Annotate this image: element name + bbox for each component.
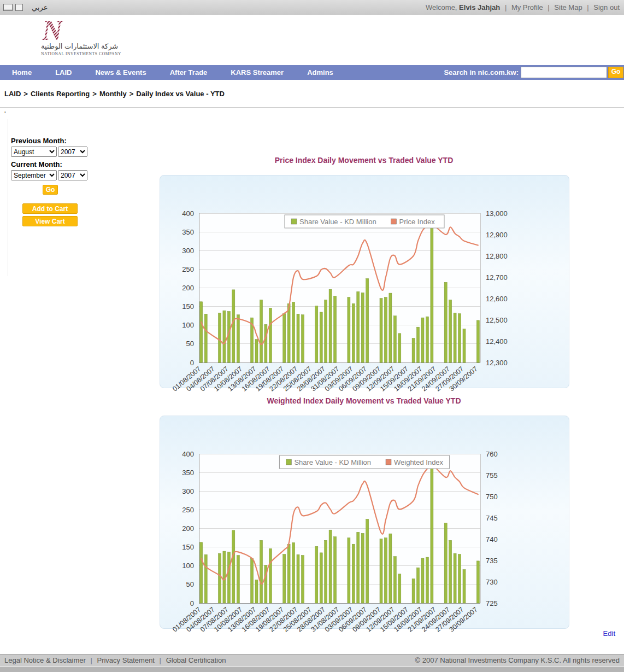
weighted-index-chart: 0501001502002503003504007257307357407457… — [160, 416, 569, 629]
company-logo[interactable]: N شركة الاستثمارات الوطنية NATIONAL INVE… — [41, 16, 109, 56]
company-name-english: NATIONAL INVESTMENTS COMPANY — [41, 51, 109, 56]
price-index-chart-section: Price Index Daily Movement vs Traded Val… — [160, 156, 568, 388]
username: Elvis Jahjah — [459, 3, 500, 11]
svg-text:12,600: 12,600 — [486, 295, 508, 303]
svg-text:200: 200 — [182, 524, 194, 533]
window-icons-group — [3, 4, 23, 11]
price-index-chart-title: Price Index Daily Movement vs Traded Val… — [160, 156, 568, 165]
nav-item-news-events[interactable]: News & Events — [95, 68, 146, 77]
svg-text:12,400: 12,400 — [486, 337, 508, 346]
breadcrumb-separator: > — [129, 90, 134, 98]
current-year-select[interactable]: 2007 — [58, 170, 87, 180]
svg-text:0: 0 — [190, 359, 194, 367]
sign-out-link[interactable]: Sign out — [593, 3, 620, 11]
nic-logo-icon: N — [41, 16, 67, 43]
svg-text:725: 725 — [486, 599, 498, 607]
current-month-select[interactable]: September — [11, 170, 57, 180]
report-controls-sidebar: Previous Month: August 2007 Current Mont… — [11, 137, 98, 226]
search-input[interactable] — [521, 67, 607, 78]
footer-bottom-strip — [0, 667, 624, 672]
narrow-window-icon[interactable] — [15, 4, 23, 11]
svg-text:0: 0 — [190, 599, 194, 607]
header: N شركة الاستثمارات الوطنية NATIONAL INVE… — [0, 15, 624, 65]
breadcrumb-separator: > — [92, 90, 97, 98]
footer: Legal Notice & Disclaimer | Privacy Stat… — [0, 654, 624, 666]
add-to-cart-button[interactable]: Add to Cart — [22, 203, 78, 214]
current-month-label: Current Month: — [11, 160, 98, 168]
svg-text:Price Index: Price Index — [399, 218, 435, 226]
arabic-language-link[interactable]: عربي — [32, 3, 48, 11]
nav-item-laid[interactable]: LAID — [55, 68, 72, 77]
main-nav-bar: Home LAID News & Events After Trade KARS… — [0, 65, 624, 80]
search-go-button[interactable]: Go — [608, 67, 623, 78]
legal-notice-link[interactable]: Legal Notice & Disclaimer — [4, 656, 86, 664]
divider — [8, 119, 8, 276]
view-cart-button[interactable]: View Cart — [22, 216, 78, 226]
svg-text:760: 760 — [486, 450, 498, 458]
top-utility-bar: عربي Welcome, Elvis Jahjah | My Profile … — [0, 0, 624, 15]
stray-character: ' — [4, 110, 5, 118]
breadcrumb-current-page: Daily Index vs Value - YTD — [136, 90, 225, 98]
svg-text:200: 200 — [182, 284, 194, 292]
svg-text:Share Value - KD Million: Share Value - KD Million — [294, 458, 371, 466]
edit-link[interactable]: Edit — [603, 629, 615, 638]
svg-text:730: 730 — [486, 578, 498, 586]
privacy-statement-link[interactable]: Privacy Statement — [97, 656, 155, 664]
global-certification-link[interactable]: Global Certification — [166, 656, 226, 664]
previous-month-select[interactable]: August — [11, 147, 57, 157]
welcome-text: Welcome, Elvis Jahjah — [426, 3, 500, 11]
go-button[interactable]: Go — [43, 185, 58, 195]
svg-text:250: 250 — [182, 265, 194, 273]
svg-text:755: 755 — [486, 471, 498, 480]
breadcrumb-separator: > — [23, 90, 28, 98]
breadcrumb: LAID > Clients Reporting > Monthly > Dai… — [0, 80, 624, 108]
svg-text:N: N — [42, 16, 64, 43]
nav-item-kars-streamer[interactable]: KARS Streamer — [231, 68, 284, 77]
breadcrumb-laid[interactable]: LAID — [4, 90, 21, 98]
breadcrumb-monthly[interactable]: Monthly — [99, 90, 127, 98]
weighted-index-chart-title: Weighted Index Daily Movement vs Traded … — [160, 397, 568, 405]
svg-text:Weighted Index: Weighted Index — [394, 458, 444, 466]
svg-text:350: 350 — [182, 469, 194, 477]
svg-text:50: 50 — [186, 340, 194, 348]
svg-text:12,700: 12,700 — [486, 273, 508, 282]
svg-text:12,300: 12,300 — [486, 359, 508, 367]
previous-month-label: Previous Month: — [11, 137, 98, 145]
search-label: Search in nic.com.kw: — [444, 68, 519, 77]
svg-text:13,000: 13,000 — [486, 209, 508, 218]
nav-item-after-trade[interactable]: After Trade — [170, 68, 208, 77]
svg-text:735: 735 — [486, 557, 498, 565]
svg-text:150: 150 — [182, 302, 194, 311]
wide-window-icon[interactable] — [3, 4, 13, 11]
svg-text:745: 745 — [486, 514, 498, 522]
separator: | — [90, 656, 92, 664]
copyright-text: © 2007 National Investments Company K.S.… — [415, 656, 620, 664]
svg-text:Share Value - KD Million: Share Value - KD Million — [299, 218, 376, 226]
separator: | — [160, 656, 161, 664]
svg-text:300: 300 — [182, 247, 194, 255]
svg-text:300: 300 — [182, 487, 194, 495]
svg-text:350: 350 — [182, 228, 194, 236]
my-profile-link[interactable]: My Profile — [511, 3, 543, 11]
weighted-index-chart-section: Weighted Index Daily Movement vs Traded … — [160, 397, 568, 629]
svg-text:400: 400 — [182, 450, 194, 458]
svg-text:100: 100 — [182, 562, 194, 570]
svg-text:100: 100 — [182, 321, 194, 329]
company-name-arabic: شركة الاستثمارات الوطنية — [41, 43, 109, 50]
svg-text:750: 750 — [486, 493, 498, 501]
user-session-area: Welcome, Elvis Jahjah | My Profile | Sit… — [426, 3, 620, 11]
nav-item-home[interactable]: Home — [12, 68, 32, 77]
site-map-link[interactable]: Site Map — [554, 3, 582, 11]
svg-text:12,500: 12,500 — [486, 316, 508, 324]
previous-year-select[interactable]: 2007 — [58, 147, 87, 157]
separator: | — [505, 3, 507, 11]
nav-item-admins[interactable]: Admins — [307, 68, 333, 77]
separator: | — [587, 3, 588, 11]
separator: | — [548, 3, 549, 11]
site-search: Search in nic.com.kw: Go — [444, 67, 623, 78]
svg-text:12,800: 12,800 — [486, 252, 508, 260]
svg-text:150: 150 — [182, 543, 194, 551]
svg-text:12,900: 12,900 — [486, 231, 508, 239]
svg-text:50: 50 — [186, 580, 194, 588]
breadcrumb-clients-reporting[interactable]: Clients Reporting — [31, 90, 90, 98]
